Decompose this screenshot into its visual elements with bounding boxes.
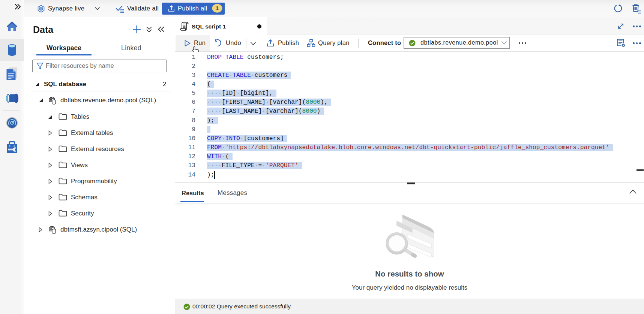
- svg-text:1: 1: [216, 5, 219, 11]
